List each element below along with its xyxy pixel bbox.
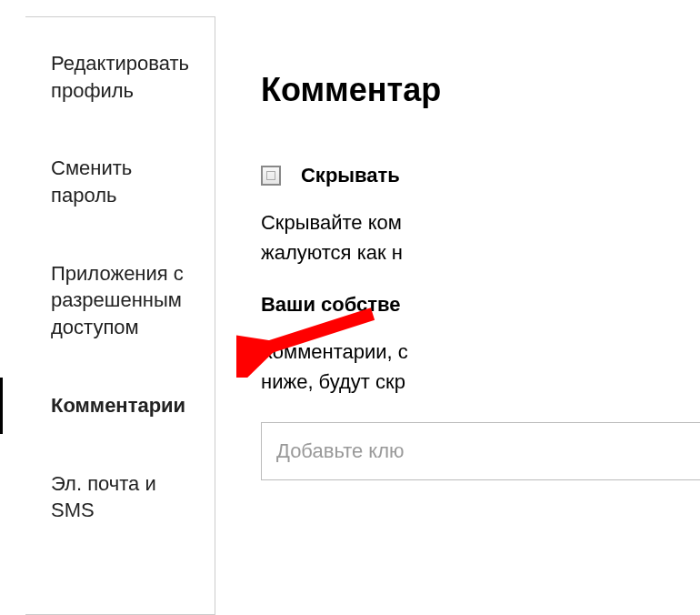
- hide-comments-option[interactable]: Скрывать: [261, 164, 700, 187]
- checkbox-icon[interactable]: [261, 166, 281, 186]
- sidebar-item-comments[interactable]: Комментарии: [25, 367, 215, 445]
- settings-container: Редактировать профиль Сменить пароль При…: [0, 0, 700, 615]
- sidebar-item-label: Редактировать профиль: [51, 52, 189, 102]
- keywords-help-text: Комментарии, с ниже, будут скр: [261, 337, 700, 397]
- sidebar-item-email-sms[interactable]: Эл. почта и SMS: [25, 445, 215, 549]
- checkbox-label: Скрывать: [301, 164, 400, 187]
- sidebar-item-authorized-apps[interactable]: Приложения с разрешенным доступом: [25, 235, 215, 367]
- main-panel: Комментар Скрывать Скрывайте ком жалуютс…: [215, 16, 700, 615]
- page-title: Комментар: [261, 71, 700, 109]
- help-text: Скрывайте ком жалуются как н: [261, 207, 700, 267]
- settings-sidebar: Редактировать профиль Сменить пароль При…: [25, 16, 215, 615]
- sidebar-item-edit-profile[interactable]: Редактировать профиль: [25, 25, 215, 129]
- sidebar-item-label: Комментарии: [51, 394, 185, 417]
- custom-keywords-heading: Ваши собстве: [261, 293, 700, 317]
- sidebar-item-label: Сменить пароль: [51, 156, 132, 207]
- input-placeholder: Добавьте клю: [276, 439, 405, 462]
- keywords-input[interactable]: Добавьте клю: [261, 422, 700, 480]
- sidebar-item-change-password[interactable]: Сменить пароль: [25, 129, 215, 234]
- sidebar-item-label: Эл. почта и SMS: [51, 472, 156, 522]
- sidebar-item-label: Приложения с разрешенным доступом: [51, 262, 184, 338]
